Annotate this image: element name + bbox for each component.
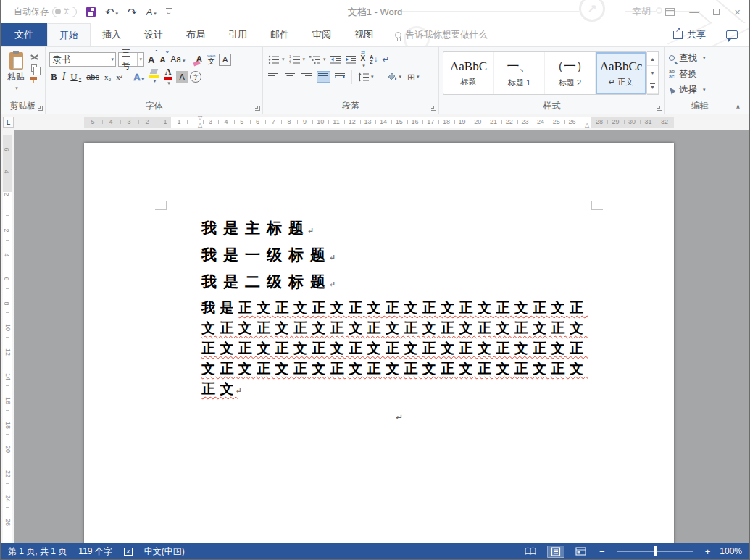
tab-引用[interactable]: 引用 — [217, 23, 259, 46]
strikethrough-button[interactable]: abc — [85, 72, 101, 82]
tab-设计[interactable]: 设计 — [133, 23, 175, 46]
minimize-button[interactable]: — — [689, 7, 699, 17]
first-line-indent-marker[interactable]: ▽ — [198, 115, 202, 121]
save-icon[interactable] — [86, 7, 96, 17]
font-name-combobox[interactable]: 隶书▾ — [49, 52, 116, 67]
document-area[interactable]: 642246810121416182022242628 我是主标题↵我是一级标题… — [1, 130, 749, 543]
highlight-button[interactable] — [148, 68, 160, 85]
horizontal-ruler[interactable]: ▽ △ △ 5432113456789101112131415161718192… — [84, 117, 674, 128]
style-card-标题[interactable]: AaBbC标题 — [443, 52, 494, 94]
style-card-正文[interactable]: AaBbCc↵ 正文 — [596, 52, 646, 94]
zoom-in-button[interactable]: + — [703, 547, 713, 556]
maximize-button[interactable] — [713, 9, 720, 15]
autosave-toggle[interactable]: 自动保存 关 — [14, 6, 77, 18]
font-dialog-launcher[interactable] — [255, 106, 260, 111]
close-button[interactable]: × — [734, 7, 741, 17]
tab-邮件[interactable]: 邮件 — [259, 23, 301, 46]
character-shading-button[interactable]: A — [176, 71, 188, 83]
tab-插入[interactable]: 插入 — [91, 23, 133, 46]
text-effects-button[interactable]: A — [132, 71, 146, 83]
tab-布局[interactable]: 布局 — [175, 23, 217, 46]
ribbon-display-options-icon[interactable] — [665, 8, 675, 16]
distributed-button[interactable] — [333, 71, 347, 83]
borders-button[interactable]: ⊞ — [406, 71, 420, 83]
underline-button[interactable]: U — [69, 70, 83, 83]
italic-button[interactable]: I — [61, 70, 67, 83]
copy-icon[interactable] — [31, 64, 37, 72]
shrink-font-button[interactable]: A — [158, 54, 167, 64]
right-indent-marker[interactable]: △ — [585, 122, 589, 128]
language-indicator[interactable]: 中文(中国) — [144, 546, 185, 558]
bullets-button[interactable] — [267, 54, 286, 66]
share-button[interactable]: 共享 — [673, 28, 706, 41]
line-spacing-button[interactable] — [357, 71, 375, 83]
zoom-percentage[interactable]: 100% — [720, 546, 742, 556]
decrease-indent-button[interactable] — [329, 54, 343, 66]
paste-button[interactable]: 粘贴 — [4, 51, 28, 102]
styles-more-button[interactable]: ▼ — [647, 80, 658, 94]
word-count[interactable]: 119 个字 — [78, 546, 112, 558]
select-button[interactable]: 选择 — [669, 83, 731, 96]
chevron-down-icon[interactable]: ▾ — [137, 53, 143, 66]
grow-font-button[interactable]: A — [146, 54, 156, 66]
tab-file[interactable]: 文件 — [1, 23, 47, 46]
phonetic-guide-button[interactable]: wén 文 — [206, 53, 217, 66]
tell-me-box[interactable]: 告诉我你想要做什么 — [395, 23, 488, 46]
sort-button[interactable]: AZ ↓ — [368, 53, 379, 66]
body-line[interactable]: 文正文正文正文正文正文正文正文正文正文正文 — [201, 318, 596, 338]
styles-dialog-launcher[interactable] — [657, 106, 662, 111]
chevron-down-icon[interactable]: ▾ — [109, 53, 115, 66]
style-card-标题 2[interactable]: （一）标题 2 — [545, 52, 596, 94]
align-right-button[interactable] — [300, 71, 314, 83]
body-line[interactable]: 文正文正文正文正文正文正文正文正文正文正文 — [201, 359, 596, 379]
numbering-button[interactable]: 123 — [288, 54, 307, 66]
proofing-status-icon[interactable]: ✗ — [124, 548, 133, 556]
paragraph-dialog-launcher[interactable] — [431, 106, 436, 111]
pen-mode-button[interactable]: A — [146, 7, 157, 17]
read-mode-button[interactable] — [521, 546, 540, 557]
character-border-button[interactable]: A — [219, 54, 231, 66]
body-line[interactable]: 正文↵ — [201, 379, 596, 399]
align-center-button[interactable] — [283, 71, 297, 83]
vertical-ruler[interactable]: 642246810121416182022242628 — [3, 135, 12, 543]
clipboard-dialog-launcher[interactable] — [38, 106, 43, 111]
show-marks-button[interactable]: ↵ — [380, 53, 391, 66]
web-layout-button[interactable] — [572, 546, 590, 557]
styles-scroll-down[interactable]: ▼ — [647, 66, 658, 80]
increase-indent-button[interactable] — [344, 54, 358, 66]
multilevel-list-button[interactable] — [308, 54, 328, 66]
subscript-button[interactable]: x₂ — [103, 72, 112, 82]
heading-line[interactable]: 我是主标题↵ — [201, 218, 314, 238]
change-case-button[interactable]: Aa — [169, 54, 186, 65]
format-painter-icon[interactable] — [30, 77, 37, 80]
cut-icon[interactable] — [30, 53, 38, 61]
style-card-标题 1[interactable]: 一、标题 1 — [494, 52, 545, 94]
body-text[interactable]: 我是正文正文正文正文正文正文正文正文正文正文正文正文正文正文正文正文正文正文正文… — [201, 298, 596, 399]
tab-视图[interactable]: 视图 — [343, 23, 385, 46]
shading-button[interactable] — [385, 71, 404, 83]
find-button[interactable]: 查找 — [669, 51, 731, 64]
user-name[interactable]: 幸胡 — [632, 5, 651, 18]
print-layout-button[interactable] — [547, 546, 564, 558]
styles-scroll-up[interactable]: ▲ — [647, 52, 658, 66]
enclose-characters-button[interactable]: 字 — [190, 71, 201, 83]
tab-selector[interactable]: L — [3, 117, 14, 128]
redo-button[interactable]: ↷ — [128, 7, 137, 17]
clear-formatting-button[interactable]: A — [195, 54, 204, 65]
left-indent-marker[interactable]: △ — [198, 122, 202, 128]
body-line[interactable]: 正文正文正文正文正文正文正文正文正文正文正 — [201, 338, 596, 359]
bold-button[interactable]: B — [49, 70, 59, 83]
document-page[interactable]: 我是主标题↵我是一级标题↵我是二级标题↵ 我是正文正文正文正文正文正文正文正文正… — [84, 143, 674, 543]
collapse-ribbon-button[interactable]: ∧ — [736, 103, 741, 111]
undo-button[interactable]: ↶ — [105, 7, 118, 17]
heading-line[interactable]: 我是一级标题↵ — [201, 245, 336, 265]
zoom-out-button[interactable]: − — [597, 547, 607, 556]
tab-开始[interactable]: 开始 — [47, 23, 91, 47]
autosave-switch[interactable]: 关 — [52, 7, 77, 17]
page-indicator[interactable]: 第 1 页, 共 1 页 — [8, 546, 67, 558]
align-left-button[interactable] — [267, 71, 280, 83]
zoom-slider[interactable] — [617, 551, 693, 552]
customize-qat-icon[interactable]: ⌄ — [166, 8, 172, 15]
tab-审阅[interactable]: 审阅 — [301, 23, 343, 46]
comment-icon[interactable] — [726, 30, 738, 39]
